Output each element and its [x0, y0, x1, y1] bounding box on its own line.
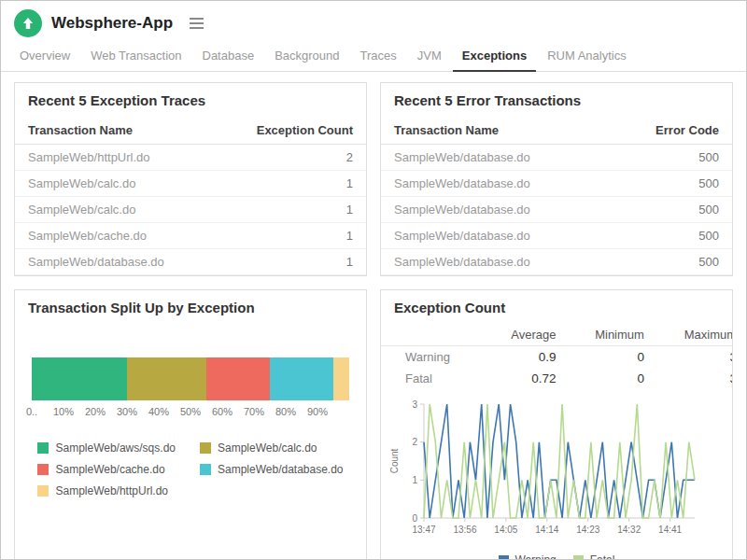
svg-text:14:14: 14:14	[535, 525, 558, 535]
transaction-name-link[interactable]: SampleWeb/database.do	[381, 171, 607, 197]
table-row: SampleWeb/database.do500	[381, 223, 732, 249]
tab-rum-analytics[interactable]: RUM Analytics	[538, 42, 636, 71]
legend-item[interactable]: SampleWeb/cache.do	[37, 463, 176, 476]
value-cell: 500	[607, 197, 732, 223]
svg-text:1: 1	[412, 475, 417, 485]
table-header-row: Transaction Name Error Code	[381, 117, 732, 145]
column-header-transaction-name: Transaction Name	[381, 117, 607, 145]
transaction-name-link[interactable]: SampleWeb/database.do	[381, 145, 607, 171]
exception-count-stats: AverageMinimumMaximum Warning0.903Fatal0…	[381, 324, 732, 389]
stats-value: 0.72	[483, 368, 566, 389]
value-cell: 1	[215, 223, 366, 249]
stats-row: Fatal0.7203	[381, 368, 732, 389]
x-axis-tick-label: 0..	[26, 406, 37, 417]
legend-label: SampleWeb/database.do	[218, 463, 344, 476]
line-chart-legend: WarningFatal	[381, 552, 732, 560]
y-axis-label: Count	[389, 448, 400, 473]
legend-item[interactable]: Warning	[499, 553, 557, 560]
x-axis-tick-label: 10%	[53, 406, 74, 417]
tab-jvm[interactable]: JVM	[408, 42, 451, 71]
stats-column-header: Average	[483, 324, 566, 346]
tab-traces[interactable]: Traces	[351, 42, 406, 71]
legend-item[interactable]: SampleWeb/httpUrl.do	[37, 484, 176, 497]
legend-item[interactable]: SampleWeb/aws/sqs.do	[37, 441, 176, 455]
column-header-exception-count: Exception Count	[215, 117, 366, 145]
legend-swatch	[37, 442, 49, 454]
legend-label: SampleWeb/calc.do	[218, 441, 317, 455]
dashboard-grid: Recent 5 Exception Traces Transaction Na…	[1, 72, 746, 560]
transaction-name-link[interactable]: SampleWeb/database.do	[381, 197, 607, 223]
hamburger-menu-icon[interactable]	[186, 14, 207, 33]
table-row: SampleWeb/calc.do1	[15, 197, 366, 223]
svg-text:14:41: 14:41	[658, 525, 682, 535]
bar-segment-database[interactable]	[270, 357, 333, 400]
stats-column-header: Minimum	[565, 324, 653, 346]
svg-text:14:05: 14:05	[494, 525, 517, 535]
bar-chart-legend: SampleWeb/aws/sqs.doSampleWeb/calc.doSam…	[37, 441, 343, 497]
tab-exceptions[interactable]: Exceptions	[453, 42, 536, 72]
value-cell: 500	[607, 145, 732, 171]
tab-bar: OverviewWeb TransactionDatabaseBackgroun…	[1, 42, 746, 72]
x-axis-tick-label: 50%	[180, 406, 201, 417]
legend-label: SampleWeb/cache.do	[55, 463, 164, 476]
tab-web-transaction[interactable]: Web Transaction	[81, 42, 190, 71]
panel-title: Transaction Split Up by Exception	[15, 290, 366, 324]
tab-overview[interactable]: Overview	[10, 42, 79, 71]
app-header: Websphere-App	[1, 1, 746, 42]
transaction-name-link[interactable]: SampleWeb/cache.do	[15, 223, 215, 249]
svg-text:13:56: 13:56	[453, 525, 476, 535]
transaction-name-link[interactable]: SampleWeb/database.do	[15, 249, 215, 275]
svg-text:0: 0	[412, 513, 417, 524]
stacked-bar-chart	[32, 357, 349, 400]
value-cell: 500	[607, 249, 732, 275]
transaction-name-link[interactable]: SampleWeb/database.do	[381, 249, 607, 275]
legend-item[interactable]: Fatal	[573, 553, 615, 560]
table-row: SampleWeb/database.do1	[15, 249, 366, 275]
column-header-error-code: Error Code	[607, 117, 732, 145]
bar-segment-calc[interactable]	[127, 357, 206, 400]
tab-database[interactable]: Database	[193, 42, 264, 71]
transaction-name-link[interactable]: SampleWeb/calc.do	[15, 171, 215, 197]
transaction-name-link[interactable]: SampleWeb/httpUrl.do	[15, 145, 215, 171]
value-cell: 1	[215, 249, 366, 275]
legend-label: Fatal	[590, 553, 615, 560]
stats-blank-header	[381, 324, 483, 346]
legend-label: SampleWeb/aws/sqs.do	[55, 441, 176, 455]
stats-value: 0	[565, 368, 653, 389]
panel-exception-count: Exception Count AverageMinimumMaximum Wa…	[380, 289, 733, 560]
bar-segment-sqs[interactable]	[32, 357, 127, 400]
panel-recent-exception-traces: Recent 5 Exception Traces Transaction Na…	[14, 82, 367, 276]
stats-series-label: Fatal	[381, 368, 483, 389]
legend-item[interactable]: SampleWeb/database.do	[200, 463, 344, 476]
panel-title: Exception Count	[381, 290, 732, 324]
value-cell: 1	[215, 171, 366, 197]
x-axis-tick-label: 60%	[212, 406, 233, 417]
legend-item[interactable]: SampleWeb/calc.do	[200, 441, 344, 455]
table-row: SampleWeb/cache.do1	[15, 223, 366, 249]
stats-value: 0.9	[483, 346, 566, 369]
column-header-transaction-name: Transaction Name	[15, 117, 215, 145]
panel-recent-error-transactions: Recent 5 Error Transactions Transaction …	[380, 82, 733, 276]
stats-column-header: Maximum	[654, 324, 732, 346]
legend-label: Warning	[515, 553, 557, 560]
legend-swatch	[200, 464, 211, 475]
bar-segment-httpUrl[interactable]	[333, 357, 349, 400]
bar-chart-x-axis: 0..10%20%30%40%50%60%70%80%90%	[32, 400, 349, 423]
transaction-name-link[interactable]: SampleWeb/calc.do	[15, 197, 215, 223]
table-row: SampleWeb/database.do500	[381, 145, 732, 171]
table-row: SampleWeb/calc.do1	[15, 171, 366, 197]
transaction-name-link[interactable]: SampleWeb/database.do	[381, 223, 607, 249]
legend-swatch	[37, 485, 49, 497]
value-cell: 2	[215, 145, 366, 171]
app-title: Websphere-App	[51, 14, 173, 33]
stats-row: Warning0.903	[381, 346, 732, 369]
stats-value: 3	[654, 368, 732, 389]
stats-value: 3	[654, 346, 732, 369]
tab-background[interactable]: Background	[265, 42, 348, 71]
table-row: SampleWeb/database.do500	[381, 197, 732, 223]
stats-header-row: AverageMinimumMaximum	[381, 324, 732, 346]
bar-segment-cache[interactable]	[206, 357, 270, 400]
value-cell: 1	[215, 197, 366, 223]
x-axis-tick-label: 70%	[244, 406, 264, 417]
app-health-up-icon	[14, 9, 42, 37]
